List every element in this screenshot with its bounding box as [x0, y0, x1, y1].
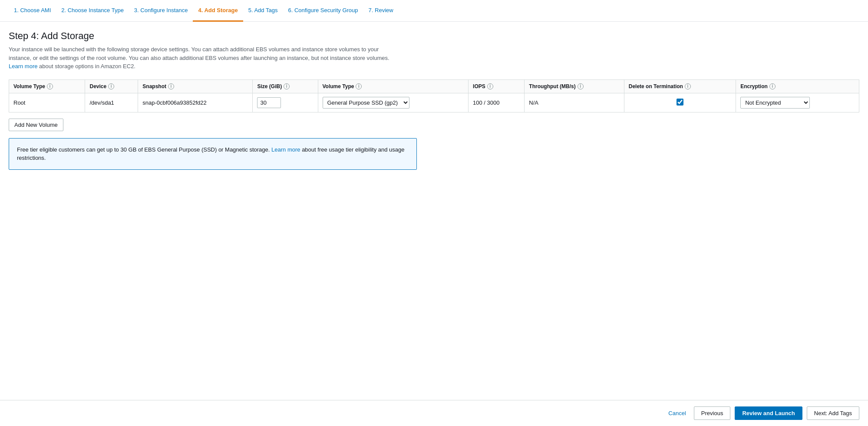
description-text-1: Your instance will be launched with the … [9, 46, 389, 61]
col-header-encryption: Encryption i [736, 79, 859, 93]
previous-button[interactable]: Previous [694, 406, 731, 420]
col-header-vol-type: Volume Type i [318, 79, 469, 93]
main-content: Step 4: Add Storage Your instance will b… [0, 22, 868, 205]
encryption-info-icon[interactable]: i [769, 83, 776, 89]
row-throughput: N/A [525, 93, 624, 112]
encryption-select[interactable]: Not Encrypted AWS Managed Key Custom Key [740, 97, 810, 109]
cancel-button[interactable]: Cancel [665, 407, 689, 419]
device-info-icon[interactable]: i [108, 83, 114, 89]
row-iops: 100 / 3000 [469, 93, 525, 112]
review-and-launch-button[interactable]: Review and Launch [735, 406, 802, 420]
col-header-device: Device i [85, 79, 138, 93]
wizard-step-2[interactable]: 2. Choose Instance Type [56, 0, 129, 22]
storage-table: Volume Type i Device i Snapshot i [9, 79, 859, 112]
col-header-volume-type: Volume Type i [9, 79, 85, 93]
add-new-volume-button[interactable]: Add New Volume [9, 119, 63, 131]
snapshot-info-icon[interactable]: i [168, 83, 174, 89]
wizard-nav: 1. Choose AMI 2. Choose Instance Type 3.… [0, 0, 868, 22]
volume-type-select[interactable]: General Purpose SSD (gp2) Provisioned IO… [323, 97, 409, 109]
row-snapshot: snap-0cbf006a93852fd22 [138, 93, 253, 112]
page-title: Step 4: Add Storage [9, 30, 859, 42]
info-box-learn-more-link[interactable]: Learn more [271, 146, 300, 153]
row-volume-type: Root [9, 93, 85, 112]
col-header-delete: Delete on Termination i [624, 79, 736, 93]
wizard-step-7[interactable]: 7. Review [363, 0, 399, 22]
wizard-step-5[interactable]: 5. Add Tags [243, 0, 283, 22]
col-header-throughput: Throughput (MB/s) i [525, 79, 624, 93]
wizard-step-4[interactable]: 4. Add Storage [193, 0, 243, 22]
row-size[interactable] [253, 93, 318, 112]
col-header-size: Size (GiB) i [253, 79, 318, 93]
info-box: Free tier eligible customers can get up … [9, 138, 417, 170]
next-add-tags-button[interactable]: Next: Add Tags [807, 406, 859, 420]
size-info-icon[interactable]: i [284, 83, 290, 89]
iops-info-icon[interactable]: i [487, 83, 493, 89]
delete-on-termination-checkbox[interactable] [677, 99, 683, 106]
wizard-step-6[interactable]: 6. Configure Security Group [283, 0, 363, 22]
row-vol-type[interactable]: General Purpose SSD (gp2) Provisioned IO… [318, 93, 469, 112]
footer: Cancel Previous Review and Launch Next: … [0, 400, 868, 426]
info-box-text-1: Free tier eligible customers can get up … [17, 146, 270, 153]
size-input[interactable] [257, 97, 281, 108]
volume-type-info-icon[interactable]: i [47, 83, 53, 89]
vol-type-info-icon[interactable]: i [356, 83, 362, 89]
description-learn-more-link[interactable]: Learn more [9, 63, 37, 69]
wizard-step-1[interactable]: 1. Choose AMI [9, 0, 56, 22]
row-delete-termination[interactable] [624, 93, 736, 112]
delete-info-icon[interactable]: i [685, 83, 691, 89]
row-encryption[interactable]: Not Encrypted AWS Managed Key Custom Key [736, 93, 859, 112]
page-description: Your instance will be launched with the … [9, 45, 399, 71]
description-text-2: about storage options in Amazon EC2. [39, 63, 135, 69]
row-device: /dev/sda1 [85, 93, 138, 112]
table-row: Root /dev/sda1 snap-0cbf006a93852fd22 Ge… [9, 93, 859, 112]
col-header-snapshot: Snapshot i [138, 79, 253, 93]
throughput-info-icon[interactable]: i [578, 83, 584, 89]
wizard-step-3[interactable]: 3. Configure Instance [129, 0, 193, 22]
table-header-row: Volume Type i Device i Snapshot i [9, 79, 859, 93]
col-header-iops: IOPS i [469, 79, 525, 93]
